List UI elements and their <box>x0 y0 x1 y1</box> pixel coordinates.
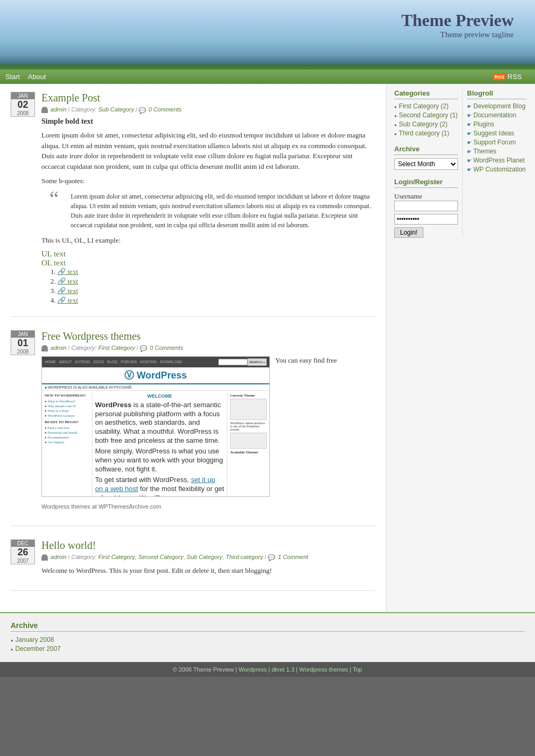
post-month: JAN <box>11 92 35 99</box>
footer-link-wordpress[interactable]: Wordpress <box>239 666 267 673</box>
main-wrapper: JAN 02 2008 Example Post admin / Categor… <box>0 84 535 612</box>
footer-copyright: © 2006 Theme Preview | <box>173 666 237 673</box>
wp-nav-about: ABOUT <box>59 360 72 364</box>
post-comments-free-wp[interactable]: 0 Comments <box>150 345 183 351</box>
post-meta-example: admin / Category: Sub Category / 💬 0 Com… <box>41 106 375 113</box>
user-icon <box>41 107 48 113</box>
post-cat-1[interactable]: First Category <box>98 554 135 560</box>
hello-world-text: Welcome to WordPress. This is your first… <box>41 565 375 576</box>
wp-theme-preview2 <box>230 433 267 449</box>
wp-theme-desc: WordPress' admin interface is one of the… <box>230 422 267 431</box>
site-header: Theme Preview Theme preview tagline <box>0 0 535 69</box>
list-item-link[interactable]: 🔗 text <box>57 277 78 285</box>
login-button[interactable]: Login! <box>394 227 423 238</box>
post-year: 2008 <box>11 349 35 355</box>
footer-archive-list: January 2008 December 2007 <box>11 636 524 652</box>
footer-archive-heading: Archive <box>11 621 524 632</box>
list-item-link[interactable]: 🔗 text <box>57 296 78 304</box>
blogroll-link-2[interactable]: Documentation <box>473 111 516 119</box>
wp-notice: ● WORDPRESS IS ALSO AVAILABLE IN РУССКИЙ… <box>42 384 269 391</box>
username-input[interactable] <box>394 201 458 211</box>
sidebar-inner: Categories First Category (2) Second Cat… <box>394 89 527 238</box>
wp-welcome-p1: WordPress is a state-of-the-art semantic… <box>95 401 224 445</box>
blogroll-link-1[interactable]: Development Blog <box>473 102 525 110</box>
blogroll-arrow: ☛ <box>467 167 472 173</box>
password-input[interactable] <box>394 214 458 225</box>
wp-search-input[interactable] <box>218 359 248 365</box>
username-label: Username <box>394 192 422 200</box>
post-title-link-hello[interactable]: Hello world! <box>41 539 96 551</box>
blogroll-link-7[interactable]: WordPress Planet <box>473 157 525 164</box>
main-content: JAN 02 2008 Example Post admin / Categor… <box>0 84 386 612</box>
blogroll-arrow: ☛ <box>467 131 472 136</box>
blogroll-link-6[interactable]: Themes <box>473 148 496 155</box>
categories-heading: Categories <box>394 89 458 99</box>
list-item: ☛WordPress Planet <box>467 157 527 164</box>
post-category-free-wp[interactable]: First Category <box>98 345 135 351</box>
post-title-link-example[interactable]: Example Post <box>41 92 100 104</box>
footer-link-wp-themes[interactable]: Wordpress themes <box>299 666 348 673</box>
footer-content: Archive January 2008 December 2007 <box>0 612 535 662</box>
wp-available-themes: Available Themes <box>230 450 267 454</box>
footer-link-top[interactable]: Top <box>353 666 362 673</box>
post-day: 01 <box>11 338 35 349</box>
blogroll-link-3[interactable]: Plugins <box>473 121 494 128</box>
blogroll-list: ☛Development Blog ☛Documentation ☛Plugin… <box>467 102 527 173</box>
wp-search-button[interactable]: SEARCH » <box>248 358 267 366</box>
blogroll-link-5[interactable]: Support Forum <box>473 139 516 146</box>
footer-link-dkret[interactable]: dkret 1.3 <box>271 666 294 673</box>
wp-sidebar-link4: ● WordPress Lessons <box>45 414 89 417</box>
cat-3-link[interactable]: Sub Category (2) <box>399 121 447 128</box>
rss-icon: RSS <box>493 74 506 80</box>
post-author-hello[interactable]: admin <box>50 554 66 560</box>
list-item: ☛Themes <box>467 148 527 155</box>
post-comments-example[interactable]: 0 Comments <box>148 106 181 113</box>
post-comments-hello[interactable]: 1 Comment <box>278 554 308 560</box>
post-month: JAN <box>11 331 35 338</box>
wp-sidebar-link1: ● What is WordPress? <box>45 399 89 403</box>
cat-1-link[interactable]: First Category (2) <box>399 102 448 110</box>
post-category-label: Category: <box>71 345 98 351</box>
post-author-example[interactable]: admin <box>50 106 66 113</box>
footer-archive-dec[interactable]: December 2007 <box>15 645 61 652</box>
wp-setup-link[interactable]: set it up on a web host <box>95 476 215 493</box>
list-item-link[interactable]: 🔗 text <box>57 268 78 276</box>
archive-select[interactable]: Select Month <box>394 158 458 170</box>
cat-4-link[interactable]: Third category (1) <box>399 130 449 137</box>
post-cat-4[interactable]: Third category <box>226 554 263 560</box>
wp-logo: Ⓥ WordPress <box>124 370 187 381</box>
rss-link[interactable]: RSS RSS <box>493 73 522 81</box>
main-nav: Start About RSS RSS <box>0 69 535 84</box>
post-category-example[interactable]: Sub Category <box>98 106 134 113</box>
post-example-post: JAN 02 2008 Example Post admin / Categor… <box>11 92 375 317</box>
user-icon <box>41 345 48 351</box>
wp-free-link[interactable]: free blog on WordPress.com <box>101 494 189 497</box>
nav-start[interactable]: Start <box>5 73 20 81</box>
nav-about[interactable]: About <box>28 73 46 81</box>
post-aside-text: You can easy find free <box>275 356 337 365</box>
post-title-hello: Hello world! <box>41 539 375 552</box>
post-date-example: JAN 02 2008 <box>11 92 35 117</box>
list-item-link[interactable]: 🔗 text <box>57 287 78 295</box>
post-title-link-free-wp[interactable]: Free Wordpress themes <box>41 330 141 342</box>
blogroll-link-8[interactable]: WP Customization <box>473 166 525 173</box>
post-date-hello: DEC 26 2007 <box>11 539 35 564</box>
list-item: ☛Suggest Ideas <box>467 130 527 137</box>
post-cat-2[interactable]: Second Category <box>138 554 183 560</box>
post-free-wp-themes: JAN 01 2008 Free Wordpress themes admin … <box>11 330 375 526</box>
wp-sidebar-link6: ● Download and Install <box>45 431 89 434</box>
post-author-free-wp[interactable]: admin <box>50 345 66 351</box>
blogroll-link-4[interactable]: Suggest Ideas <box>473 130 514 137</box>
screenshot-caption: Wordpress themes at WPThemesArchive.com <box>41 502 375 511</box>
ol-text: OL text <box>41 259 375 268</box>
footer-archive-jan[interactable]: January 2008 <box>15 636 54 643</box>
post-cat-3[interactable]: Sub Category <box>186 554 222 560</box>
wp-current-theme: Current Theme <box>230 393 267 398</box>
wp-nav-home: HOME <box>45 360 56 364</box>
wp-nav-forums: FORUMS <box>121 360 137 364</box>
cat-2-link[interactable]: Second Category (1) <box>399 111 458 119</box>
post-year: 2007 <box>11 558 35 564</box>
post-bold-heading: Simple bold text <box>41 117 375 126</box>
list-item: December 2007 <box>11 645 524 652</box>
list-item: ☛Plugins <box>467 121 527 128</box>
